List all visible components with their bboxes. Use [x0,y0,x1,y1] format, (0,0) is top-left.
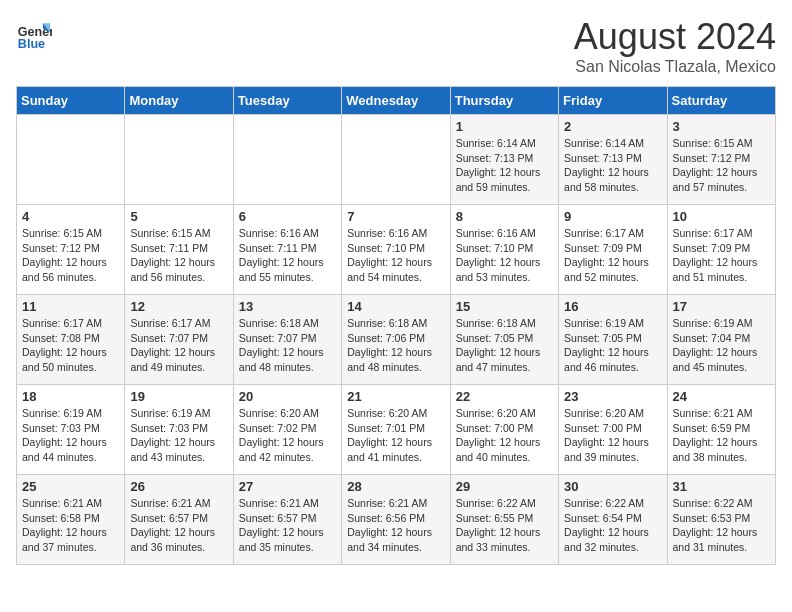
day-number: 22 [456,389,553,404]
day-info: Sunrise: 6:15 AM Sunset: 7:12 PM Dayligh… [673,136,770,195]
day-number: 4 [22,209,119,224]
calendar-cell [125,115,233,205]
day-number: 11 [22,299,119,314]
day-info: Sunrise: 6:14 AM Sunset: 7:13 PM Dayligh… [456,136,553,195]
day-info: Sunrise: 6:17 AM Sunset: 7:09 PM Dayligh… [564,226,661,285]
day-number: 25 [22,479,119,494]
calendar-cell: 12Sunrise: 6:17 AM Sunset: 7:07 PM Dayli… [125,295,233,385]
calendar-cell: 15Sunrise: 6:18 AM Sunset: 7:05 PM Dayli… [450,295,558,385]
day-number: 28 [347,479,444,494]
weekday-header-wednesday: Wednesday [342,87,450,115]
day-info: Sunrise: 6:21 AM Sunset: 6:58 PM Dayligh… [22,496,119,555]
day-info: Sunrise: 6:19 AM Sunset: 7:03 PM Dayligh… [130,406,227,465]
calendar-subtitle: San Nicolas Tlazala, Mexico [574,58,776,76]
calendar-cell: 25Sunrise: 6:21 AM Sunset: 6:58 PM Dayli… [17,475,125,565]
svg-text:Blue: Blue [18,37,45,51]
calendar-cell: 16Sunrise: 6:19 AM Sunset: 7:05 PM Dayli… [559,295,667,385]
title-block: August 2024 San Nicolas Tlazala, Mexico [574,16,776,76]
calendar-cell [233,115,341,205]
day-number: 16 [564,299,661,314]
logo: General Blue [16,16,52,52]
day-info: Sunrise: 6:21 AM Sunset: 6:59 PM Dayligh… [673,406,770,465]
day-info: Sunrise: 6:20 AM Sunset: 7:00 PM Dayligh… [564,406,661,465]
calendar-week-2: 4Sunrise: 6:15 AM Sunset: 7:12 PM Daylig… [17,205,776,295]
day-info: Sunrise: 6:18 AM Sunset: 7:06 PM Dayligh… [347,316,444,375]
day-info: Sunrise: 6:20 AM Sunset: 7:02 PM Dayligh… [239,406,336,465]
day-info: Sunrise: 6:16 AM Sunset: 7:10 PM Dayligh… [456,226,553,285]
day-info: Sunrise: 6:15 AM Sunset: 7:11 PM Dayligh… [130,226,227,285]
day-info: Sunrise: 6:17 AM Sunset: 7:09 PM Dayligh… [673,226,770,285]
calendar-cell: 21Sunrise: 6:20 AM Sunset: 7:01 PM Dayli… [342,385,450,475]
day-number: 2 [564,119,661,134]
day-info: Sunrise: 6:18 AM Sunset: 7:07 PM Dayligh… [239,316,336,375]
weekday-header-thursday: Thursday [450,87,558,115]
weekday-header-saturday: Saturday [667,87,775,115]
calendar-cell: 9Sunrise: 6:17 AM Sunset: 7:09 PM Daylig… [559,205,667,295]
day-number: 18 [22,389,119,404]
weekday-header-monday: Monday [125,87,233,115]
day-info: Sunrise: 6:20 AM Sunset: 7:00 PM Dayligh… [456,406,553,465]
calendar-cell: 17Sunrise: 6:19 AM Sunset: 7:04 PM Dayli… [667,295,775,385]
day-info: Sunrise: 6:19 AM Sunset: 7:05 PM Dayligh… [564,316,661,375]
calendar-week-4: 18Sunrise: 6:19 AM Sunset: 7:03 PM Dayli… [17,385,776,475]
calendar-cell: 28Sunrise: 6:21 AM Sunset: 6:56 PM Dayli… [342,475,450,565]
day-number: 13 [239,299,336,314]
day-number: 30 [564,479,661,494]
day-info: Sunrise: 6:20 AM Sunset: 7:01 PM Dayligh… [347,406,444,465]
weekday-header-tuesday: Tuesday [233,87,341,115]
calendar-cell: 26Sunrise: 6:21 AM Sunset: 6:57 PM Dayli… [125,475,233,565]
calendar-cell: 18Sunrise: 6:19 AM Sunset: 7:03 PM Dayli… [17,385,125,475]
weekday-header-friday: Friday [559,87,667,115]
day-number: 21 [347,389,444,404]
day-info: Sunrise: 6:17 AM Sunset: 7:07 PM Dayligh… [130,316,227,375]
calendar-cell: 27Sunrise: 6:21 AM Sunset: 6:57 PM Dayli… [233,475,341,565]
calendar-cell: 11Sunrise: 6:17 AM Sunset: 7:08 PM Dayli… [17,295,125,385]
day-number: 29 [456,479,553,494]
day-info: Sunrise: 6:21 AM Sunset: 6:57 PM Dayligh… [239,496,336,555]
day-number: 31 [673,479,770,494]
day-number: 15 [456,299,553,314]
day-number: 1 [456,119,553,134]
calendar-cell: 10Sunrise: 6:17 AM Sunset: 7:09 PM Dayli… [667,205,775,295]
day-info: Sunrise: 6:22 AM Sunset: 6:53 PM Dayligh… [673,496,770,555]
day-number: 12 [130,299,227,314]
day-info: Sunrise: 6:22 AM Sunset: 6:55 PM Dayligh… [456,496,553,555]
day-number: 20 [239,389,336,404]
day-info: Sunrise: 6:16 AM Sunset: 7:11 PM Dayligh… [239,226,336,285]
calendar-cell: 29Sunrise: 6:22 AM Sunset: 6:55 PM Dayli… [450,475,558,565]
calendar-cell [17,115,125,205]
weekday-header-row: SundayMondayTuesdayWednesdayThursdayFrid… [17,87,776,115]
day-number: 6 [239,209,336,224]
day-number: 9 [564,209,661,224]
day-number: 26 [130,479,227,494]
calendar-cell: 1Sunrise: 6:14 AM Sunset: 7:13 PM Daylig… [450,115,558,205]
day-number: 3 [673,119,770,134]
calendar-cell: 8Sunrise: 6:16 AM Sunset: 7:10 PM Daylig… [450,205,558,295]
day-number: 24 [673,389,770,404]
day-number: 17 [673,299,770,314]
calendar-week-3: 11Sunrise: 6:17 AM Sunset: 7:08 PM Dayli… [17,295,776,385]
calendar-cell: 2Sunrise: 6:14 AM Sunset: 7:13 PM Daylig… [559,115,667,205]
day-info: Sunrise: 6:17 AM Sunset: 7:08 PM Dayligh… [22,316,119,375]
calendar-cell [342,115,450,205]
calendar-cell: 4Sunrise: 6:15 AM Sunset: 7:12 PM Daylig… [17,205,125,295]
day-number: 23 [564,389,661,404]
day-number: 19 [130,389,227,404]
calendar-title: August 2024 [574,16,776,58]
day-info: Sunrise: 6:19 AM Sunset: 7:03 PM Dayligh… [22,406,119,465]
calendar-cell: 3Sunrise: 6:15 AM Sunset: 7:12 PM Daylig… [667,115,775,205]
day-number: 14 [347,299,444,314]
calendar-cell: 23Sunrise: 6:20 AM Sunset: 7:00 PM Dayli… [559,385,667,475]
day-info: Sunrise: 6:18 AM Sunset: 7:05 PM Dayligh… [456,316,553,375]
day-info: Sunrise: 6:22 AM Sunset: 6:54 PM Dayligh… [564,496,661,555]
weekday-header-sunday: Sunday [17,87,125,115]
day-info: Sunrise: 6:15 AM Sunset: 7:12 PM Dayligh… [22,226,119,285]
calendar-cell: 7Sunrise: 6:16 AM Sunset: 7:10 PM Daylig… [342,205,450,295]
day-number: 7 [347,209,444,224]
calendar-cell: 5Sunrise: 6:15 AM Sunset: 7:11 PM Daylig… [125,205,233,295]
calendar-cell: 30Sunrise: 6:22 AM Sunset: 6:54 PM Dayli… [559,475,667,565]
calendar-cell: 22Sunrise: 6:20 AM Sunset: 7:00 PM Dayli… [450,385,558,475]
calendar-cell: 24Sunrise: 6:21 AM Sunset: 6:59 PM Dayli… [667,385,775,475]
day-number: 27 [239,479,336,494]
day-info: Sunrise: 6:21 AM Sunset: 6:57 PM Dayligh… [130,496,227,555]
